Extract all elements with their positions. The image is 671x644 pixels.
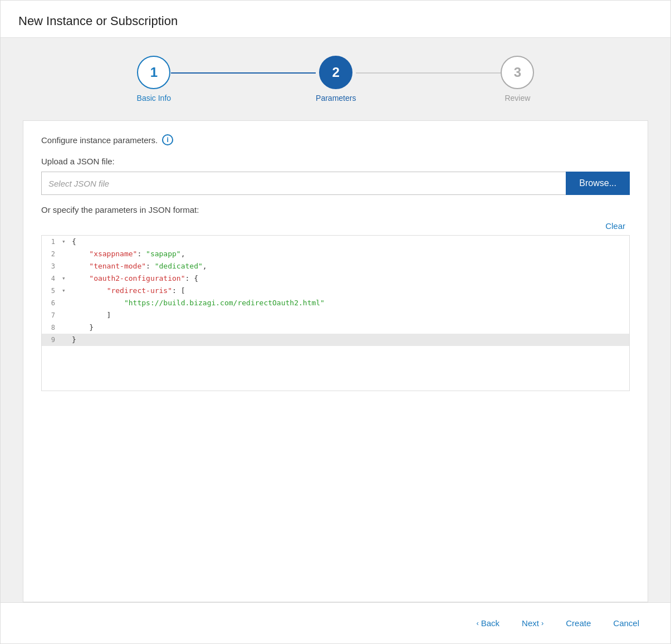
code-line-2: 2 "xsappname": "sapapp", bbox=[42, 248, 629, 260]
code-line-9: 9 } bbox=[42, 334, 629, 346]
cancel-button[interactable]: Cancel bbox=[604, 614, 648, 632]
page-container: New Instance or Subscription 1 Basic Inf… bbox=[0, 0, 671, 644]
code-line-3: 3 "tenant-mode": "dedicated", bbox=[42, 260, 629, 272]
create-label: Create bbox=[566, 618, 591, 628]
clear-button[interactable]: Clear bbox=[601, 219, 630, 233]
back-label: Back bbox=[481, 618, 499, 628]
section-description: Configure instance parameters. i bbox=[41, 134, 630, 145]
page-header: New Instance or Subscription bbox=[1, 1, 670, 38]
code-line-8: 8 } bbox=[42, 321, 629, 334]
clear-row: Clear bbox=[41, 219, 630, 233]
next-button[interactable]: Next › bbox=[513, 614, 552, 632]
connector-1-2 bbox=[171, 72, 316, 74]
next-arrow: › bbox=[541, 619, 543, 627]
code-line-6: 6 "https://build.bizagi.com/redirectOaut… bbox=[42, 297, 629, 309]
step-2-label: Parameters bbox=[316, 94, 356, 103]
footer-bar: ‹ Back Next › Create Cancel bbox=[1, 602, 670, 643]
code-line-7: 7 ] bbox=[42, 309, 629, 321]
step-3-circle: 3 bbox=[501, 56, 534, 89]
step-1-label: Basic Info bbox=[137, 94, 171, 103]
file-input-display[interactable]: Select JSON file bbox=[41, 172, 566, 195]
cancel-label: Cancel bbox=[613, 618, 639, 628]
code-line-1: 1 ▾ { bbox=[42, 236, 629, 248]
next-label: Next bbox=[522, 618, 539, 628]
upload-label: Upload a JSON file: bbox=[41, 157, 630, 166]
code-line-4: 4 ▾ "oauth2-configuration": { bbox=[42, 272, 629, 285]
configure-text: Configure instance parameters. bbox=[41, 135, 158, 145]
page-title: New Instance or Subscription bbox=[18, 14, 653, 28]
browse-button[interactable]: Browse... bbox=[566, 172, 630, 195]
content-area: 1 Basic Info 2 Parameters 3 Review bbox=[1, 38, 670, 602]
back-button[interactable]: ‹ Back bbox=[467, 614, 508, 632]
step-1: 1 Basic Info bbox=[137, 56, 171, 103]
step-3-label: Review bbox=[505, 94, 530, 103]
stepper: 1 Basic Info 2 Parameters 3 Review bbox=[23, 56, 648, 103]
file-placeholder: Select JSON file bbox=[48, 179, 109, 188]
form-panel: Configure instance parameters. i Upload … bbox=[23, 120, 648, 602]
step-3: 3 Review bbox=[501, 56, 534, 103]
step-2-circle: 2 bbox=[319, 56, 352, 89]
connector-2-3 bbox=[356, 72, 501, 74]
code-editor[interactable]: 1 ▾ { 2 "xsappname": "sapapp", 3 "tenant… bbox=[41, 235, 630, 391]
back-arrow: ‹ bbox=[476, 619, 478, 627]
upload-row: Select JSON file Browse... bbox=[41, 172, 630, 195]
step-2: 2 Parameters bbox=[316, 56, 356, 103]
create-button[interactable]: Create bbox=[557, 614, 600, 632]
step-1-circle: 1 bbox=[137, 56, 170, 89]
code-line-5: 5 ▾ "redirect-uris": [ bbox=[42, 285, 629, 297]
info-icon[interactable]: i bbox=[162, 134, 173, 145]
or-specify-text: Or specify the parameters in JSON format… bbox=[41, 205, 630, 214]
